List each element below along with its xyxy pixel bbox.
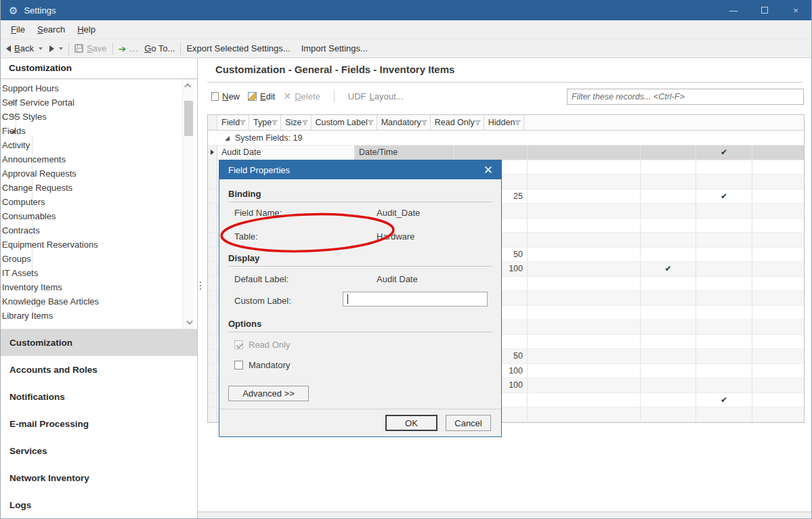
cell-mandatory[interactable]	[641, 349, 696, 363]
tree-item[interactable]: CSS Styles	[1, 110, 181, 124]
cell-read-only[interactable]	[696, 349, 752, 363]
cell-custom-label[interactable]	[528, 407, 641, 422]
cell-custom-label[interactable]	[528, 233, 641, 247]
filter-funnel-icon[interactable]	[368, 120, 374, 126]
tree-expander-icon[interactable]	[12, 100, 16, 106]
cell-mandatory[interactable]: ✔	[641, 262, 696, 276]
dialog-close-icon[interactable]: ✕	[484, 164, 493, 176]
cell-hidden[interactable]	[752, 291, 804, 305]
cell-hidden[interactable]	[752, 175, 804, 189]
tree-expander-icon[interactable]	[12, 114, 16, 120]
cell-read-only[interactable]	[696, 378, 752, 392]
tree-item[interactable]: Self Service Portal	[1, 95, 181, 110]
cell-custom-label[interactable]	[528, 291, 641, 305]
cell-custom-label[interactable]	[528, 145, 641, 160]
tree-item[interactable]: Approval Requests	[1, 166, 181, 181]
tree-item[interactable]: Contracts	[1, 223, 181, 238]
cell-read-only[interactable]	[696, 233, 752, 247]
cell-hidden[interactable]	[752, 407, 804, 422]
cell-hidden[interactable]	[752, 320, 804, 334]
cell-custom-label[interactable]	[528, 262, 641, 276]
back-button[interactable]: Back	[6, 43, 43, 53]
table-row[interactable]: Audit Date Date/Time ✔	[208, 145, 804, 160]
cell-custom-label[interactable]	[528, 189, 641, 204]
cell-mandatory[interactable]	[641, 378, 696, 392]
cell-read-only[interactable]	[696, 219, 752, 233]
cell-read-only[interactable]	[696, 291, 752, 305]
cell-read-only[interactable]: ✔	[696, 189, 752, 204]
cell-field[interactable]: Audit Date	[217, 145, 355, 160]
mandatory-checkbox[interactable]	[234, 361, 243, 369]
menu-file[interactable]: File	[5, 22, 31, 37]
scroll-down-button[interactable]	[183, 317, 194, 328]
filter-funnel-icon[interactable]	[475, 120, 481, 126]
cell-mandatory[interactable]	[641, 320, 696, 334]
cell-read-only[interactable]	[696, 175, 752, 189]
cell-hidden[interactable]	[752, 349, 804, 363]
tree-item[interactable]: Equipment Reservations	[1, 238, 181, 252]
cell-hidden[interactable]	[752, 306, 804, 320]
cell-mandatory[interactable]	[641, 189, 696, 204]
cell-custom-label[interactable]	[528, 248, 641, 262]
cell-custom-label[interactable]	[528, 378, 641, 392]
cell-read-only[interactable]	[696, 262, 752, 276]
scroll-up-button[interactable]	[183, 80, 194, 91]
sidebar-section[interactable]: Accounts and Roles	[1, 356, 197, 383]
tree-item[interactable]: IT Assets	[1, 266, 181, 280]
cell-read-only[interactable]	[696, 277, 752, 291]
filter-funnel-icon[interactable]	[272, 120, 278, 126]
cell-read-only[interactable]	[696, 335, 752, 349]
filter-funnel-icon[interactable]	[302, 120, 308, 126]
cell-hidden[interactable]	[752, 335, 804, 349]
advanced-button[interactable]: Advanced >>	[228, 386, 309, 401]
tree-item[interactable]: Library Items	[1, 309, 181, 323]
cell-hidden[interactable]	[752, 262, 804, 276]
tree-item[interactable]: Computers	[1, 195, 181, 209]
scrollbar-thumb[interactable]	[184, 101, 193, 136]
cell-size[interactable]	[454, 145, 528, 160]
cell-mandatory[interactable]	[641, 160, 696, 175]
menu-help[interactable]: Help	[71, 22, 102, 37]
cell-mandatory[interactable]	[641, 393, 696, 407]
new-button[interactable]: New	[211, 91, 240, 101]
filter-funnel-icon[interactable]	[515, 120, 521, 126]
cell-hidden[interactable]	[752, 189, 804, 204]
cell-read-only[interactable]	[696, 320, 752, 334]
cell-hidden[interactable]	[752, 393, 804, 407]
minimize-button[interactable]: —	[718, 0, 749, 20]
cell-mandatory[interactable]	[641, 175, 696, 189]
grid-column-header[interactable]: Type	[249, 115, 281, 130]
maximize-button[interactable]	[749, 0, 780, 20]
tree-item[interactable]: Knowledge Base Articles	[1, 294, 181, 309]
cell-read-only[interactable]	[696, 407, 752, 422]
cell-hidden[interactable]	[752, 364, 804, 378]
forward-button[interactable]	[49, 45, 63, 52]
cell-custom-label[interactable]	[528, 219, 641, 233]
filter-records-input[interactable]	[567, 89, 804, 105]
import-settings-button[interactable]: Import Settings...	[301, 43, 368, 53]
cell-custom-label[interactable]	[528, 335, 641, 349]
cell-hidden[interactable]	[752, 233, 804, 247]
cell-mandatory[interactable]	[641, 291, 696, 305]
group-expander-icon[interactable]	[225, 136, 230, 141]
cell-hidden[interactable]	[752, 145, 804, 160]
grid-column-header[interactable]: Custom Label	[312, 115, 377, 130]
forward-dropdown-icon[interactable]	[59, 47, 63, 50]
filter-funnel-icon[interactable]	[421, 120, 427, 126]
tree-item[interactable]: Support Hours	[1, 81, 181, 95]
dialog-title-bar[interactable]: Field Properties ✕	[219, 160, 501, 179]
splitter-grip[interactable]	[199, 281, 202, 292]
cell-mandatory[interactable]	[641, 306, 696, 320]
cell-mandatory[interactable]	[641, 407, 696, 422]
cell-mandatory[interactable]	[641, 364, 696, 378]
cell-mandatory[interactable]	[641, 145, 696, 160]
close-button[interactable]: ×	[780, 0, 811, 20]
cell-hidden[interactable]	[752, 248, 804, 262]
sidebar-section[interactable]: Customization	[1, 329, 197, 356]
goto-button[interactable]: ➔ ... Go To...	[119, 43, 175, 54]
tree-scrollbar[interactable]	[182, 79, 194, 329]
menu-search[interactable]: Search	[31, 22, 71, 37]
udf-layout-button[interactable]: UDF Layout...	[348, 91, 404, 101]
cell-read-only[interactable]: ✔	[696, 393, 752, 407]
grid-column-header[interactable]: Field	[217, 115, 249, 130]
